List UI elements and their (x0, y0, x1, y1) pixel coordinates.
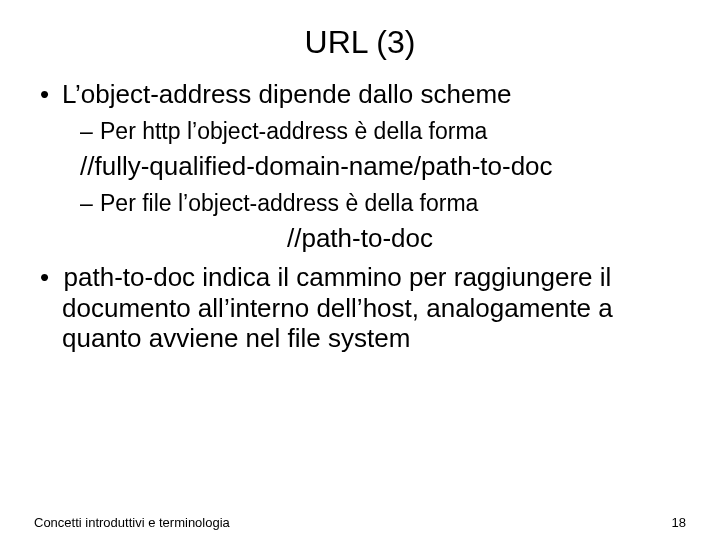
slide: URL (3) •L’object-address dipende dallo … (0, 0, 720, 540)
bullet-text: path-to-doc indica il cammino per raggiu… (62, 262, 613, 353)
url-format-http: //fully-qualified-domain-name/path-to-do… (80, 151, 686, 182)
bullet-dash: – (80, 118, 100, 145)
bullet-text: Per http l’object-address è della forma (100, 118, 487, 144)
bullet-text: Per file l’object-address è della forma (100, 190, 478, 216)
bullet-dot: • (40, 262, 64, 292)
bullet-level1-paragraph: • path-to-doc indica il cammino per ragg… (62, 262, 686, 354)
url-format-file: //path-to-doc (34, 223, 686, 254)
bullet-level2: –Per http l’object-address è della forma (80, 118, 686, 145)
page-number: 18 (672, 515, 686, 530)
bullet-dot: • (40, 79, 62, 110)
slide-title: URL (3) (34, 24, 686, 61)
bullet-text: L’object-address dipende dallo scheme (62, 79, 512, 109)
bullet-dash: – (80, 190, 100, 217)
footer: Concetti introduttivi e terminologia 18 (34, 515, 686, 530)
bullet-level2: –Per file l’object-address è della forma (80, 190, 686, 217)
footer-left: Concetti introduttivi e terminologia (34, 515, 230, 530)
bullet-level1: •L’object-address dipende dallo scheme (40, 79, 686, 110)
